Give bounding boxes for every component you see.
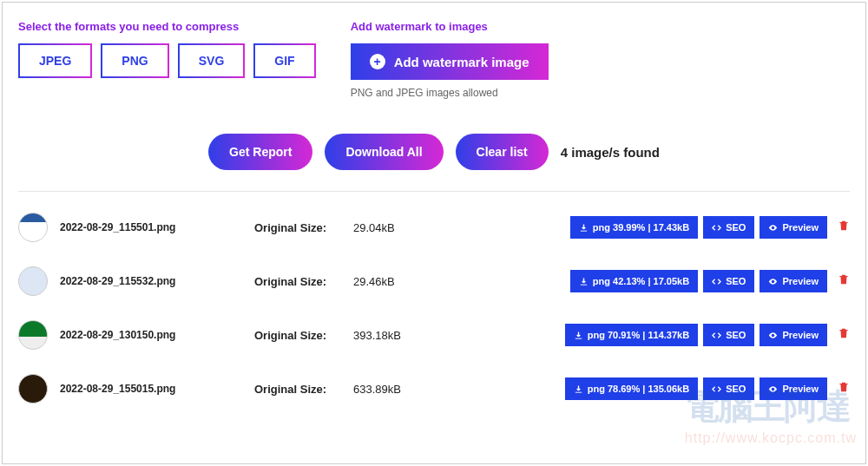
seo-label: SEO <box>726 276 746 286</box>
images-found-text: 4 image/s found <box>561 145 660 160</box>
add-watermark-button[interactable]: + Add watermark image <box>351 43 549 80</box>
original-size-value: 29.04kB <box>353 221 449 234</box>
format-button-png[interactable]: PNG <box>101 43 168 78</box>
download-compressed-label: png 78.69% | 135.06kB <box>588 384 689 394</box>
image-row: 2022-08-29_115532.pngOriginal Size:29.46… <box>18 254 850 308</box>
delete-button[interactable] <box>838 327 850 343</box>
delete-button[interactable] <box>838 220 850 235</box>
preview-label: Preview <box>782 276 819 286</box>
preview-button[interactable]: Preview <box>760 216 827 239</box>
download-icon <box>574 384 583 394</box>
preview-button[interactable]: Preview <box>760 324 827 346</box>
delete-button[interactable] <box>838 273 850 289</box>
format-button-svg[interactable]: SVG <box>178 43 246 78</box>
original-size-value: 393.18kB <box>353 329 449 342</box>
file-name: 2022-08-29_115501.png <box>60 221 242 233</box>
trash-icon <box>838 327 850 339</box>
seo-button[interactable]: SEO <box>703 324 754 346</box>
code-icon <box>712 384 721 394</box>
download-icon <box>574 331 583 340</box>
preview-label: Preview <box>782 384 819 394</box>
seo-button[interactable]: SEO <box>703 377 754 400</box>
thumbnail <box>18 213 48 242</box>
original-size-label: Original Size: <box>254 221 341 234</box>
download-compressed-button[interactable]: png 39.99% | 17.43kB <box>570 216 698 239</box>
get-report-button[interactable]: Get Report <box>208 134 312 170</box>
original-size-label: Original Size: <box>254 383 341 396</box>
watermark-label: Add watermark to images <box>351 20 549 33</box>
trash-icon <box>838 381 850 393</box>
preview-label: Preview <box>782 330 819 340</box>
original-size-value: 633.89kB <box>353 383 449 396</box>
code-icon <box>712 331 721 340</box>
file-name: 2022-08-29_155015.png <box>60 383 242 395</box>
download-icon <box>579 277 589 286</box>
download-icon <box>579 223 589 233</box>
seo-button[interactable]: SEO <box>703 216 754 239</box>
seo-label: SEO <box>726 384 746 394</box>
original-size-label: Original Size: <box>254 275 341 288</box>
seo-label: SEO <box>726 330 746 340</box>
formats-section: Select the formats you need to compress … <box>18 20 316 99</box>
download-all-button[interactable]: Download All <box>325 134 443 170</box>
trash-icon <box>838 273 850 286</box>
preview-button[interactable]: Preview <box>760 377 827 400</box>
preview-label: Preview <box>782 222 819 233</box>
divider <box>18 191 850 192</box>
image-row: 2022-08-29_130150.pngOriginal Size:393.1… <box>18 308 850 362</box>
file-name: 2022-08-29_115532.png <box>60 275 242 287</box>
thumbnail <box>18 374 48 404</box>
code-icon <box>712 223 721 233</box>
download-compressed-label: png 39.99% | 17.43kB <box>593 222 689 233</box>
seo-label: SEO <box>726 222 746 233</box>
seo-button[interactable]: SEO <box>703 270 754 292</box>
code-icon <box>712 277 721 286</box>
download-compressed-label: png 42.13% | 17.05kB <box>593 276 689 286</box>
thumbnail <box>18 266 48 296</box>
delete-button[interactable] <box>838 381 850 397</box>
watermark-section: Add watermark to images + Add watermark … <box>351 20 549 99</box>
original-size-label: Original Size: <box>254 329 341 342</box>
watermark-hint: PNG and JPEG images allowed <box>351 87 549 99</box>
eye-icon <box>768 223 778 233</box>
clear-list-button[interactable]: Clear list <box>456 134 549 170</box>
original-size-value: 29.46kB <box>353 275 449 288</box>
preview-button[interactable]: Preview <box>760 270 827 292</box>
trash-icon <box>838 220 850 232</box>
image-row: 2022-08-29_155015.pngOriginal Size:633.8… <box>18 362 850 416</box>
download-compressed-button[interactable]: png 42.13% | 17.05kB <box>570 270 698 292</box>
thumbnail <box>18 320 48 350</box>
download-compressed-button[interactable]: png 78.69% | 135.06kB <box>565 377 698 400</box>
eye-icon <box>768 277 778 286</box>
eye-icon <box>768 384 778 394</box>
download-compressed-label: png 70.91% | 114.37kB <box>588 330 689 340</box>
formats-label: Select the formats you need to compress <box>18 20 316 33</box>
file-name: 2022-08-29_130150.png <box>60 329 242 341</box>
download-compressed-button[interactable]: png 70.91% | 114.37kB <box>565 324 698 346</box>
add-watermark-label: Add watermark image <box>394 55 529 69</box>
format-button-gif[interactable]: GIF <box>253 43 315 78</box>
format-button-jpeg[interactable]: JPEG <box>18 43 92 78</box>
eye-icon <box>768 331 778 340</box>
plus-icon: + <box>370 54 385 69</box>
image-row: 2022-08-29_115501.pngOriginal Size:29.04… <box>18 200 850 254</box>
